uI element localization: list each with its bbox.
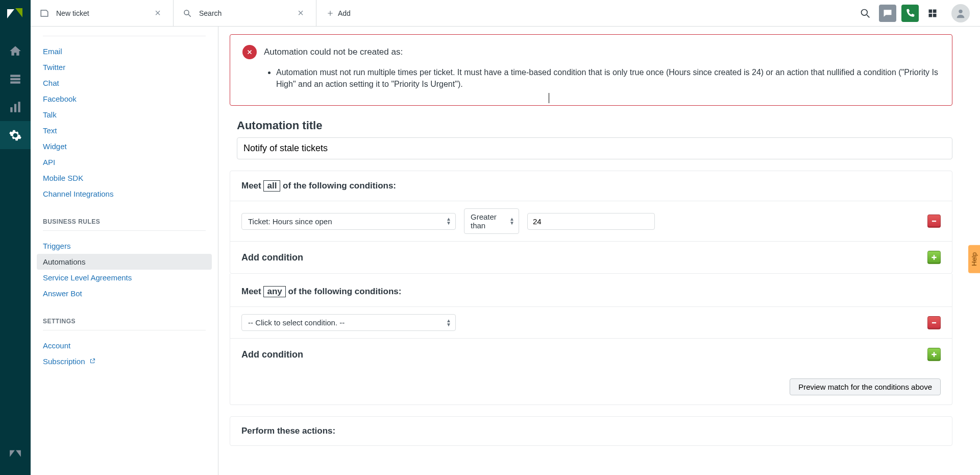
close-icon[interactable]: × bbox=[152, 7, 164, 19]
svg-rect-10 bbox=[929, 9, 933, 13]
perform-actions-block: Perform these actions: bbox=[230, 416, 952, 446]
tab-add[interactable]: Add bbox=[316, 0, 361, 26]
condition-row: Ticket: Hours since open ▲▼ Greater than… bbox=[230, 201, 952, 241]
sidebar-channel-talk[interactable]: Talk bbox=[43, 107, 206, 123]
zendesk-logo[interactable] bbox=[7, 5, 23, 21]
content-area: Automation could not be created as: Auto… bbox=[218, 27, 980, 475]
svg-rect-0 bbox=[10, 75, 20, 77]
all-conditions-header: Meet all of the following conditions: bbox=[230, 171, 952, 201]
add-condition-button[interactable] bbox=[927, 348, 941, 361]
svg-point-6 bbox=[184, 10, 189, 15]
add-condition-button[interactable] bbox=[927, 251, 941, 264]
automation-title-label: Automation title bbox=[237, 119, 952, 132]
all-tag: all bbox=[263, 180, 280, 192]
nav-home[interactable] bbox=[0, 37, 31, 65]
svg-rect-4 bbox=[14, 104, 16, 112]
svg-rect-16 bbox=[932, 322, 936, 323]
sidebar-heading-settings: SETTINGS bbox=[43, 318, 206, 325]
tab-label: Search bbox=[199, 9, 222, 17]
select-arrows-icon: ▲▼ bbox=[446, 319, 451, 327]
add-condition-row: Add condition bbox=[230, 241, 952, 273]
error-title: Automation could not be created as: bbox=[264, 47, 403, 57]
search-icon bbox=[183, 9, 192, 18]
svg-line-9 bbox=[867, 15, 869, 17]
error-item: Automation must not run multiple times p… bbox=[276, 66, 940, 90]
nav-admin[interactable] bbox=[0, 121, 31, 149]
add-condition-label: Add condition bbox=[241, 349, 303, 360]
nav-views[interactable] bbox=[0, 65, 31, 93]
external-link-icon bbox=[89, 357, 95, 366]
any-tag: any bbox=[263, 286, 285, 297]
remove-condition-button[interactable] bbox=[927, 215, 941, 228]
svg-rect-13 bbox=[933, 13, 937, 17]
svg-line-7 bbox=[188, 14, 191, 17]
topbar-conversations-button[interactable] bbox=[879, 5, 896, 22]
condition-field-select[interactable]: -- Click to select condition. -- ▲▼ bbox=[241, 314, 456, 331]
tab-label: New ticket bbox=[56, 9, 89, 17]
svg-rect-15 bbox=[932, 221, 936, 222]
topbar-talk-button[interactable] bbox=[901, 5, 919, 22]
preview-match-button[interactable]: Preview match for the conditions above bbox=[790, 378, 941, 395]
svg-point-14 bbox=[959, 9, 962, 13]
user-avatar[interactable] bbox=[951, 4, 970, 22]
svg-rect-2 bbox=[10, 81, 20, 83]
remove-condition-button[interactable] bbox=[927, 316, 941, 329]
nav-reporting[interactable] bbox=[0, 93, 31, 121]
automation-title-input[interactable] bbox=[237, 137, 952, 159]
topbar-search-button[interactable] bbox=[856, 5, 874, 22]
sidebar-channel-mobilesdk[interactable]: Mobile SDK bbox=[43, 170, 206, 186]
svg-rect-3 bbox=[10, 107, 12, 112]
sidebar-automations[interactable]: Automations bbox=[37, 254, 212, 270]
close-icon[interactable]: × bbox=[295, 7, 307, 19]
perform-actions-heading: Perform these actions: bbox=[230, 417, 952, 445]
add-label: Add bbox=[338, 9, 351, 17]
sidebar-sla[interactable]: Service Level Agreements bbox=[43, 270, 206, 286]
all-conditions-block: Meet all of the following conditions: Ti… bbox=[230, 171, 952, 274]
sidebar-answer-bot[interactable]: Answer Bot bbox=[43, 286, 206, 301]
sidebar-channel-api[interactable]: API bbox=[43, 154, 206, 170]
sidebar-channel-integrations[interactable]: Channel Integrations bbox=[43, 186, 206, 202]
sidebar-account[interactable]: Account bbox=[43, 338, 206, 353]
left-rail bbox=[0, 0, 31, 475]
svg-rect-11 bbox=[933, 9, 937, 13]
condition-field-select[interactable]: Ticket: Hours since open ▲▼ bbox=[241, 213, 456, 230]
select-arrows-icon: ▲▼ bbox=[509, 217, 514, 225]
tab-new-ticket[interactable]: New ticket × bbox=[31, 0, 174, 26]
sidebar-channel-email[interactable]: Email bbox=[43, 43, 206, 59]
sidebar-channel-widget[interactable]: Widget bbox=[43, 138, 206, 154]
svg-rect-5 bbox=[18, 102, 20, 112]
svg-rect-12 bbox=[929, 13, 933, 17]
sidebar-channel-chat[interactable]: Chat bbox=[43, 75, 206, 91]
error-icon bbox=[242, 45, 257, 59]
text-cursor bbox=[549, 93, 549, 103]
sidebar-channel-facebook[interactable]: Facebook bbox=[43, 91, 206, 107]
any-conditions-block: Meet any of the following conditions: --… bbox=[230, 274, 952, 405]
select-arrows-icon: ▲▼ bbox=[446, 217, 451, 225]
svg-point-8 bbox=[862, 9, 868, 15]
condition-row: -- Click to select condition. -- ▲▼ bbox=[230, 306, 952, 338]
add-condition-row: Add condition bbox=[230, 338, 952, 370]
condition-value-input[interactable] bbox=[527, 213, 655, 230]
help-tab[interactable]: Help bbox=[968, 245, 980, 273]
sidebar-heading-business-rules: BUSINESS RULES bbox=[43, 218, 206, 225]
sidebar-triggers[interactable]: Triggers bbox=[43, 238, 206, 254]
error-alert: Automation could not be created as: Auto… bbox=[230, 34, 952, 106]
add-condition-label: Add condition bbox=[241, 252, 303, 263]
plus-icon bbox=[327, 10, 334, 17]
tabs-bar: New ticket × Search × Add bbox=[31, 0, 980, 27]
condition-operator-select[interactable]: Greater than ▲▼ bbox=[464, 208, 519, 234]
ticket-icon bbox=[40, 9, 49, 18]
any-conditions-header: Meet any of the following conditions: bbox=[230, 274, 952, 306]
admin-sidebar: Email Twitter Chat Facebook Talk Text Wi… bbox=[31, 27, 218, 475]
topbar-apps-button[interactable] bbox=[924, 5, 941, 22]
svg-rect-1 bbox=[10, 78, 20, 80]
sidebar-channel-twitter[interactable]: Twitter bbox=[43, 59, 206, 75]
nav-zendesk-products[interactable] bbox=[0, 439, 31, 467]
tab-search[interactable]: Search × bbox=[174, 0, 316, 26]
sidebar-channel-text[interactable]: Text bbox=[43, 123, 206, 138]
sidebar-subscription[interactable]: Subscription bbox=[43, 353, 206, 369]
